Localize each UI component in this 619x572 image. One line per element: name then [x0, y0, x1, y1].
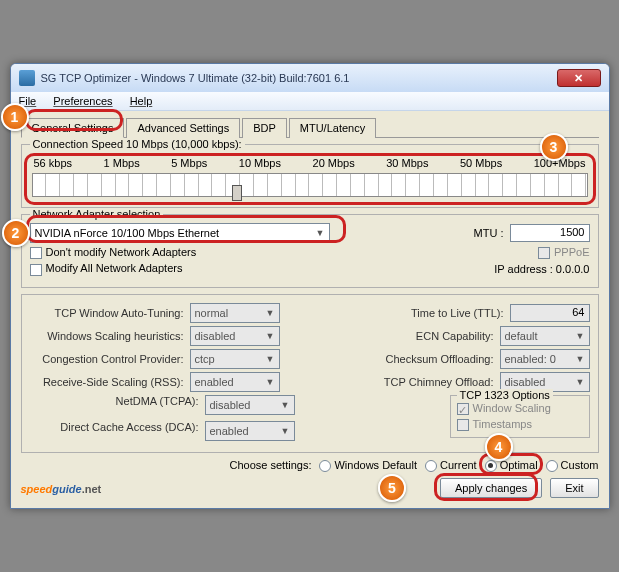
exit-button[interactable]: Exit [550, 478, 598, 498]
autotuning-label: TCP Window Auto-Tuning: [30, 307, 190, 319]
radio-optimal[interactable]: Optimal [485, 459, 538, 472]
app-icon [19, 70, 35, 86]
heuristics-label: Windows Scaling heuristics: [30, 330, 190, 342]
netdma-label: NetDMA (TCPA): [45, 395, 205, 415]
menu-file[interactable]: File [19, 95, 37, 107]
slider-labels: 56 kbps 1 Mbps 5 Mbps 10 Mbps 20 Mbps 30… [30, 157, 590, 169]
choose-settings-row: Choose settings: Windows Default Current… [21, 459, 599, 472]
dca-select[interactable]: enabled▼ [205, 421, 295, 441]
speed-group: Connection Speed 10 Mbps (10,000 kbps): … [21, 144, 599, 208]
ip-address-label: IP address : 0.0.0.0 [366, 263, 590, 275]
titlebar[interactable]: SG TCP Optimizer - Windows 7 Ultimate (3… [11, 64, 609, 92]
logo-row: speedguide.net 5 Apply changes Exit [21, 478, 599, 498]
tick-2: 5 Mbps [171, 157, 207, 169]
choose-label: Choose settings: [230, 459, 312, 471]
radio-custom[interactable]: Custom [546, 459, 599, 472]
mtu-field[interactable]: 1500 [510, 224, 590, 242]
ecn-select[interactable]: default▼ [500, 326, 590, 346]
settings-group: TCP Window Auto-Tuning:normal▼ Time to L… [21, 294, 599, 453]
mtu-label: MTU : [474, 227, 504, 239]
app-window: SG TCP Optimizer - Windows 7 Ultimate (3… [10, 63, 610, 508]
netdma-select[interactable]: disabled▼ [205, 395, 295, 415]
chimney-label: TCP Chimney Offload: [340, 376, 500, 388]
speed-group-title: Connection Speed 10 Mbps (10,000 kbps): [30, 138, 245, 150]
tick-7: 100+Mbps [534, 157, 586, 169]
congestion-label: Congestion Control Provider: [30, 353, 190, 365]
ttl-field[interactable]: 64 [510, 304, 590, 322]
menu-help[interactable]: Help [130, 95, 153, 107]
chksum-select[interactable]: enabled: 0▼ [500, 349, 590, 369]
tick-5: 30 Mbps [386, 157, 428, 169]
window-scaling-checkbox[interactable]: ✓Window Scaling [457, 402, 583, 415]
speedguide-logo: speedguide.net [21, 479, 102, 497]
speed-slider[interactable] [32, 173, 588, 197]
tcp1323-group: TCP 1323 Options ✓Window Scaling Timesta… [450, 395, 590, 438]
tab-bdp[interactable]: BDP [242, 118, 287, 138]
adapter-selected: NVIDIA nForce 10/100 Mbps Ethernet [35, 227, 220, 239]
pppoe-checkbox[interactable]: PPPoE [538, 246, 589, 258]
tick-1: 1 Mbps [104, 157, 140, 169]
callout-5: 5 [378, 474, 406, 502]
tab-general[interactable]: General Settings [21, 118, 125, 138]
menubar: File Preferences Help [11, 92, 609, 111]
radio-default[interactable]: Windows Default [319, 459, 417, 472]
heuristics-select[interactable]: disabled▼ [190, 326, 280, 346]
dca-label: Direct Cache Access (DCA): [45, 421, 205, 441]
slider-thumb[interactable] [232, 185, 242, 201]
tick-0: 56 kbps [34, 157, 73, 169]
autotuning-select[interactable]: normal▼ [190, 303, 280, 323]
menu-preferences[interactable]: Preferences [53, 95, 112, 107]
radio-current[interactable]: Current [425, 459, 477, 472]
callout-2: 2 [2, 219, 30, 247]
chksum-label: Checksum Offloading: [340, 353, 500, 365]
adapter-group-title: Network Adapter selection [30, 208, 164, 220]
adapter-group: Network Adapter selection 2 NVIDIA nForc… [21, 214, 599, 287]
tick-4: 20 Mbps [313, 157, 355, 169]
close-button[interactable]: ✕ [557, 69, 601, 87]
timestamps-checkbox[interactable]: Timestamps [457, 418, 583, 431]
window-title: SG TCP Optimizer - Windows 7 Ultimate (3… [41, 72, 557, 84]
congestion-select[interactable]: ctcp▼ [190, 349, 280, 369]
tab-mtu[interactable]: MTU/Latency [289, 118, 376, 138]
tcp1323-title: TCP 1323 Options [457, 389, 553, 401]
rss-label: Receive-Side Scaling (RSS): [30, 376, 190, 388]
tick-3: 10 Mbps [239, 157, 281, 169]
content-area: 1 General Settings Advanced Settings BDP… [11, 111, 609, 507]
ecn-label: ECN Capability: [340, 330, 500, 342]
adapter-select[interactable]: NVIDIA nForce 10/100 Mbps Ethernet ▼ [30, 223, 330, 243]
dont-modify-checkbox[interactable]: Don't modify Network Adapters [30, 246, 197, 258]
tab-bar: General Settings Advanced Settings BDP M… [21, 117, 599, 138]
modify-all-checkbox[interactable]: Modify All Network Adapters [30, 262, 183, 274]
apply-button[interactable]: Apply changes [440, 478, 542, 498]
rss-select[interactable]: enabled▼ [190, 372, 280, 392]
ttl-label: Time to Live (TTL): [350, 307, 510, 319]
tab-advanced[interactable]: Advanced Settings [126, 118, 240, 138]
dropdown-arrow-icon: ▼ [316, 228, 325, 238]
tick-6: 50 Mbps [460, 157, 502, 169]
